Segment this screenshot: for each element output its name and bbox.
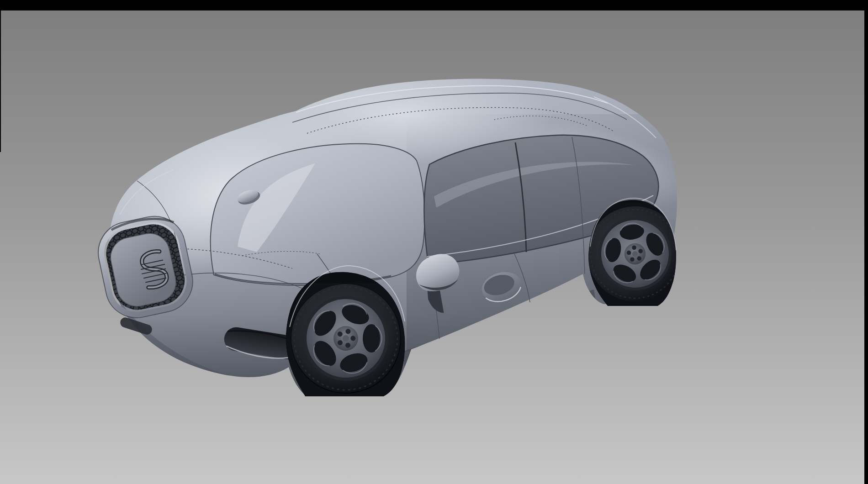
top-letterbox-bar [0,0,868,11]
3d-viewport[interactable] [0,11,864,484]
right-letterbox-bar [864,0,868,484]
car-render-canvas[interactable] [0,11,864,484]
car-model[interactable] [74,64,704,408]
application-window [0,0,868,484]
left-edge-strip [0,11,1,152]
